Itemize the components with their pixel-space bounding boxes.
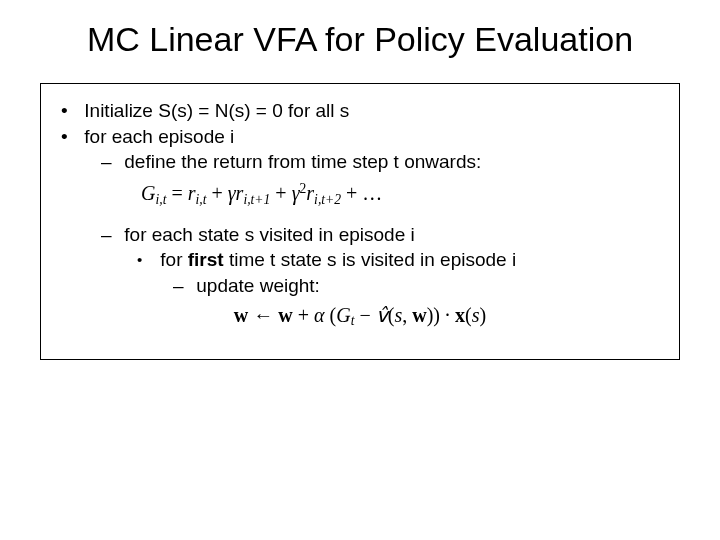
bullet-update-weight: update weight: (173, 273, 669, 299)
sub-it1: i,t+1 (243, 192, 270, 207)
sym-arrow: ← (248, 304, 278, 326)
sym-eq: = (166, 182, 187, 204)
bullet-define-return: define the return from time step t onwar… (101, 149, 669, 175)
bullet-text: for each episode i (84, 126, 234, 147)
sym-rpar: ) · (433, 304, 455, 326)
sub-it: i,t (155, 192, 166, 207)
sym-rp3: ) (479, 304, 486, 326)
vec-x: x (455, 304, 465, 326)
sub-it2: i,t+2 (314, 192, 341, 207)
sym-dots: + … (341, 182, 382, 204)
formula-return: Gi,t = ri,t + γri,t+1 + γ2ri,t+2 + … (141, 181, 669, 208)
sym-Gt: G (336, 304, 350, 326)
sym-alpha: α (314, 304, 325, 326)
sub-it0: i,t (195, 192, 206, 207)
content-box: Initialize S(s) = N(s) = 0 for all s for… (40, 83, 680, 360)
slide-title: MC Linear VFA for Policy Evaluation (40, 20, 680, 59)
vec-w1: w (234, 304, 248, 326)
first-time-prefix: for (160, 249, 187, 270)
sym-vhat: v̂ (376, 304, 388, 326)
sym-lpar: ( (325, 304, 337, 326)
sym-plus2: + (270, 182, 291, 204)
sym-gamma1: γ (228, 182, 236, 204)
vec-w3: w (412, 304, 426, 326)
sym-r3: r (306, 182, 314, 204)
sym-gamma2: γ (292, 182, 300, 204)
bullet-text: update weight: (196, 275, 320, 296)
bullet-text: define the return from time step t onwar… (124, 151, 481, 172)
bullet-first-time: for first time t state s is visited in e… (137, 247, 669, 273)
sym-plus1: + (206, 182, 227, 204)
sym-comma: , (402, 304, 412, 326)
bullet-text: for each state s visited in episode i (124, 224, 414, 245)
bullet-text: Initialize S(s) = N(s) = 0 for all s (84, 100, 349, 121)
vec-w2: w (278, 304, 292, 326)
bullet-for-state: for each state s visited in episode i (101, 222, 669, 248)
first-time-suffix: time t state s is visited in episode i (224, 249, 517, 270)
formula-weight: w ← w + α (Gt − v̂(s, w)) · x(s) (51, 303, 669, 329)
sym-G: G (141, 182, 155, 204)
sym-minus: − (354, 304, 375, 326)
slide: MC Linear VFA for Policy Evaluation Init… (0, 0, 720, 540)
sym-lp3: ( (465, 304, 472, 326)
sym-plusw: + (293, 304, 314, 326)
first-time-bold: first (188, 249, 224, 270)
bullet-initialize: Initialize S(s) = N(s) = 0 for all s (65, 98, 669, 124)
bullet-for-episode: for each episode i (65, 124, 669, 150)
